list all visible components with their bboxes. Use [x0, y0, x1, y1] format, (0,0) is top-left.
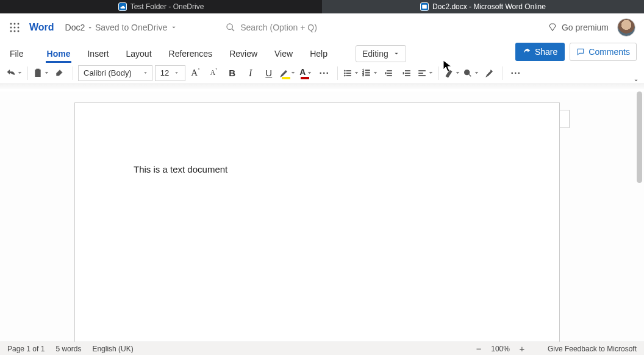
go-premium-button[interactable]: Go premium	[548, 23, 609, 32]
bold-button[interactable]: B	[224, 65, 240, 82]
share-label: Share	[535, 47, 557, 57]
page-info[interactable]: Page 1 of 1	[7, 345, 45, 353]
tab-insert[interactable]: Insert	[86, 45, 110, 62]
svg-point-18	[344, 74, 345, 76]
svg-point-8	[14, 30, 16, 32]
svg-text:3: 3	[362, 74, 364, 77]
dictate-button[interactable]	[482, 65, 498, 82]
increase-indent-button[interactable]	[399, 65, 415, 82]
italic-button[interactable]: I	[243, 65, 259, 82]
chevron-down-icon	[174, 70, 179, 76]
tab-review[interactable]: Review	[228, 45, 259, 62]
language-button[interactable]: English (UK)	[92, 345, 133, 353]
tab-references[interactable]: References	[168, 45, 214, 62]
find-button[interactable]	[463, 65, 479, 82]
svg-rect-33	[418, 73, 423, 73]
tab-help[interactable]: Help	[309, 45, 329, 62]
numbering-button[interactable]: 123	[362, 65, 378, 82]
browser-tab-word[interactable]: Doc2.docx - Microsoft Word Online	[322, 0, 644, 13]
chevron-down-icon	[143, 70, 148, 76]
tab-view[interactable]: View	[273, 45, 294, 62]
more-font-options-button[interactable]: ···	[317, 65, 332, 82]
app-name[interactable]: Word	[29, 22, 54, 33]
svg-point-35	[464, 70, 469, 74]
svg-rect-29	[405, 70, 410, 71]
font-name-dropdown[interactable]: Calibri (Body)	[78, 65, 152, 81]
shrink-font-button[interactable]: A˅	[206, 65, 222, 82]
font-size-dropdown[interactable]: 12	[155, 65, 185, 81]
ribbon-tabs: File Home Insert Layout References Revie…	[0, 41, 644, 62]
title-bar: Word Doc2 - Saved to OneDrive Search (Op…	[0, 13, 644, 41]
decrease-indent-button[interactable]	[381, 65, 396, 82]
highlight-color-button[interactable]	[279, 65, 296, 82]
page-side-tab	[560, 110, 570, 128]
svg-rect-34	[418, 75, 425, 76]
svg-rect-21	[365, 70, 370, 70]
font-name-value: Calibri (Body)	[84, 68, 132, 77]
svg-point-5	[14, 27, 16, 29]
browser-tab-onedrive[interactable]: Test Folder - OneDrive	[0, 0, 322, 13]
status-bar: Page 1 of 1 5 words English (UK) − 100% …	[0, 342, 644, 355]
svg-rect-17	[346, 73, 351, 73]
comments-label: Comments	[589, 47, 630, 57]
svg-rect-27	[387, 73, 392, 73]
more-commands-button[interactable]: ···	[508, 65, 524, 82]
browser-tab-label: Doc2.docx - Microsoft Word Online	[432, 2, 546, 11]
account-avatar[interactable]	[617, 18, 635, 37]
mouse-cursor-icon	[443, 60, 453, 72]
svg-rect-32	[418, 70, 425, 71]
search-placeholder: Search (Option + Q)	[240, 23, 317, 32]
svg-rect-28	[387, 75, 392, 76]
zoom-out-button[interactable]: −	[475, 343, 482, 354]
browser-tab-strip: Test Folder - OneDrive Doc2.docx - Micro…	[0, 0, 644, 13]
diamond-icon	[548, 23, 557, 32]
tab-layout[interactable]: Layout	[124, 45, 152, 62]
svg-rect-26	[387, 70, 392, 71]
svg-point-6	[18, 27, 20, 29]
font-size-value: 12	[160, 68, 169, 77]
app-launcher-button[interactable]	[6, 19, 23, 36]
ribbon-collapse-button[interactable]	[633, 75, 643, 85]
svg-point-16	[344, 72, 345, 73]
svg-point-2	[14, 23, 16, 25]
word-count[interactable]: 5 words	[55, 345, 81, 353]
bullets-button[interactable]	[343, 65, 359, 82]
feedback-link[interactable]: Give Feedback to Microsoft	[548, 345, 637, 353]
paste-button[interactable]	[33, 65, 49, 82]
svg-point-14	[344, 70, 345, 71]
svg-rect-0	[422, 5, 427, 9]
format-painter-button[interactable]	[52, 65, 68, 82]
saved-status: Saved to OneDrive	[95, 23, 167, 32]
scrollbar-thumb[interactable]	[637, 91, 642, 183]
svg-rect-15	[346, 70, 351, 71]
zoom-level[interactable]: 100%	[491, 345, 510, 353]
svg-rect-25	[365, 74, 370, 75]
undo-button[interactable]	[6, 65, 23, 82]
document-page[interactable]: This is a text document	[74, 102, 560, 342]
comments-button[interactable]: Comments	[570, 43, 637, 61]
svg-point-4	[10, 27, 12, 29]
zoom-in-button[interactable]: +	[518, 343, 526, 354]
tab-file[interactable]: File	[9, 45, 25, 62]
word-icon	[420, 2, 429, 11]
search-box[interactable]: Search (Option + Q)	[226, 23, 317, 32]
share-button[interactable]: Share	[515, 43, 565, 61]
grow-font-button[interactable]: A˄	[188, 65, 204, 82]
underline-button[interactable]: U	[261, 65, 277, 82]
svg-line-11	[232, 29, 234, 31]
comments-icon	[576, 48, 585, 56]
editing-mode-dropdown[interactable]: Editing	[356, 45, 406, 62]
svg-rect-30	[405, 73, 410, 73]
home-toolbar: Calibri (Body) 12 A˄ A˅ B I U A ··· 123 …	[0, 62, 644, 84]
document-name-button[interactable]: Doc2 - Saved to OneDrive	[65, 23, 177, 32]
editing-mode-label: Editing	[362, 49, 388, 59]
doc-dash: -	[88, 23, 91, 32]
tab-home[interactable]: Home	[46, 45, 72, 62]
font-color-button[interactable]: A	[298, 65, 314, 82]
svg-rect-31	[405, 75, 410, 76]
svg-line-36	[469, 74, 471, 76]
vertical-scrollbar[interactable]	[636, 91, 642, 342]
onedrive-icon	[118, 2, 127, 11]
align-button[interactable]	[417, 65, 434, 82]
document-body-text[interactable]: This is a text document	[134, 164, 227, 174]
